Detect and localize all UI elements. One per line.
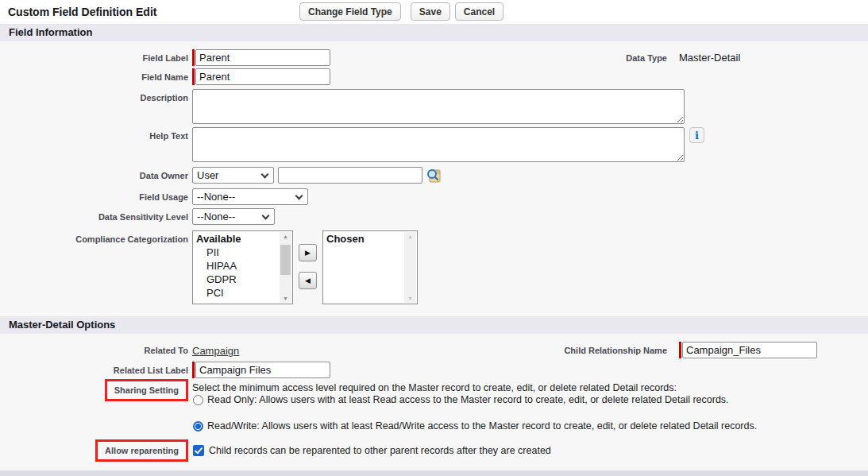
- check-icon: [195, 447, 203, 455]
- allow-reparenting-checkbox-label: Child records can be reparented to other…: [209, 445, 551, 456]
- list-item[interactable]: PII: [193, 246, 292, 259]
- read-write-option[interactable]: Read/Write: Allows users with at least R…: [192, 420, 757, 431]
- data-sensitivity-level-select[interactable]: --None--: [192, 208, 275, 225]
- data-owner-label: Data Owner: [0, 167, 188, 180]
- scroll-up-icon[interactable]: ▲: [283, 234, 288, 239]
- allow-reparenting-row: Allow reparenting Child records can be r…: [0, 439, 868, 462]
- scroll-down-icon[interactable]: ▼: [283, 296, 288, 301]
- required-indicator: [192, 68, 195, 85]
- sharing-setting-intro: Select the minimum access level required…: [192, 382, 757, 393]
- field-usage-selected: --None--: [197, 191, 235, 203]
- description-label: Description: [0, 89, 188, 103]
- data-type-label: Data Type: [476, 49, 667, 63]
- data-type-pair: Data Type Master-Detail: [476, 49, 740, 64]
- related-to-row: Related To Campaign Child Relationship N…: [0, 342, 868, 357]
- read-only-option-label: Read Only: Allows users with at least Re…: [207, 394, 729, 405]
- related-to-link[interactable]: Campaign: [192, 342, 239, 357]
- footer-divider-bar: [0, 470, 868, 476]
- field-usage-label: Field Usage: [0, 188, 188, 202]
- info-icon[interactable]: i: [689, 127, 704, 143]
- required-indicator: [192, 362, 195, 378]
- field-label-input[interactable]: [195, 49, 330, 66]
- available-list-header: Available: [193, 231, 292, 246]
- field-label-row: Field Label Data Type Master-Detail: [0, 49, 868, 66]
- data-owner-search-input[interactable]: [278, 167, 422, 184]
- chevron-down-icon: [262, 211, 270, 219]
- page-title: Custom Field Definition Edit: [8, 6, 156, 18]
- compliance-categorization-label: Compliance Categorization: [0, 230, 188, 244]
- move-buttons: ▶ ◀: [299, 230, 317, 289]
- read-write-option-label: Read/Write: Allows users with at least R…: [207, 420, 757, 431]
- change-field-type-button[interactable]: Change Field Type: [299, 2, 401, 21]
- lookup-icon[interactable]: [426, 168, 442, 186]
- section-header-field-information: Field Information: [0, 24, 868, 41]
- move-right-icon[interactable]: ▶: [299, 244, 317, 261]
- data-owner-type-select[interactable]: User: [192, 167, 274, 184]
- help-text-row: Help Text i: [0, 127, 868, 162]
- read-only-option[interactable]: Read Only: Allows users with at least Re…: [192, 394, 757, 405]
- read-only-radio[interactable]: [193, 395, 203, 405]
- help-text-label: Help Text: [0, 127, 188, 141]
- data-sensitivity-level-row: Data Sensitivity Level --None--: [0, 208, 868, 225]
- related-list-label-row: Related List Label: [0, 362, 868, 378]
- scroll-up-icon: ▲: [407, 234, 413, 239]
- field-name-label: Field Name: [0, 68, 188, 82]
- field-name-input[interactable]: [195, 68, 330, 85]
- sharing-setting-row: Sharing Setting Select the minimum acces…: [0, 379, 868, 431]
- allow-reparenting-checkbox[interactable]: [193, 445, 204, 456]
- allow-reparenting-highlight-box: Allow reparenting: [95, 439, 188, 462]
- compliance-categorization-row: Compliance Categorization Available PII …: [0, 230, 868, 304]
- cancel-button[interactable]: Cancel: [455, 2, 503, 21]
- field-label-label: Field Label: [0, 49, 188, 63]
- allow-reparenting-label-cell: Allow reparenting: [0, 439, 188, 462]
- data-sensitivity-level-label: Data Sensitivity Level: [0, 208, 188, 222]
- chosen-list-header: Chosen: [323, 231, 417, 246]
- data-owner-type-selected: User: [197, 169, 218, 181]
- scroll-down-icon: ▼: [407, 296, 413, 301]
- save-button[interactable]: Save: [411, 2, 450, 21]
- description-row: Description: [0, 89, 868, 124]
- read-write-radio[interactable]: [193, 421, 203, 431]
- custom-field-definition-edit-page: Custom Field Definition Edit Change Fiel…: [0, 0, 868, 476]
- child-relationship-name-input[interactable]: [682, 342, 817, 358]
- top-bar: Custom Field Definition Edit Change Fiel…: [0, 0, 868, 24]
- data-sensitivity-level-selected: --None--: [197, 211, 235, 223]
- child-relationship-name-pair: Child Relationship Name: [476, 342, 817, 358]
- list-item[interactable]: PCI: [193, 286, 292, 300]
- compliance-available-listbox[interactable]: Available PII HIPAA GDPR PCI ▲ ▼: [192, 230, 293, 304]
- field-usage-select[interactable]: --None--: [192, 188, 308, 205]
- field-usage-row: Field Usage --None--: [0, 188, 868, 205]
- help-text-textarea[interactable]: [192, 127, 685, 162]
- related-list-label-label: Related List Label: [0, 362, 188, 375]
- data-owner-row: Data Owner User: [0, 167, 868, 186]
- header-button-group: Change Field Type Save Cancel: [299, 2, 503, 21]
- chevron-down-icon: [261, 170, 269, 178]
- required-indicator: [192, 49, 195, 66]
- related-to-label: Related To: [0, 342, 188, 355]
- move-left-icon[interactable]: ◀: [299, 272, 317, 289]
- required-indicator: [679, 342, 681, 358]
- scrollbar-thumb[interactable]: [280, 245, 291, 275]
- sharing-setting-label-cell: Sharing Setting: [0, 379, 188, 401]
- related-list-label-input[interactable]: [195, 362, 330, 378]
- description-textarea[interactable]: [192, 89, 685, 124]
- list-item[interactable]: HIPAA: [193, 259, 292, 273]
- section-header-master-detail-options: Master-Detail Options: [0, 316, 868, 334]
- sharing-setting-highlight-box: Sharing Setting: [105, 379, 188, 401]
- list-item[interactable]: GDPR: [193, 273, 292, 286]
- chevron-down-icon: [295, 192, 303, 199]
- compliance-chosen-listbox[interactable]: Chosen ▲ ▼: [322, 230, 418, 304]
- child-relationship-name-label: Child Relationship Name: [476, 342, 667, 355]
- data-type-value: Master-Detail: [679, 49, 740, 64]
- chosen-scrollbar: ▲ ▼: [404, 232, 416, 303]
- field-name-row: Field Name: [0, 68, 868, 85]
